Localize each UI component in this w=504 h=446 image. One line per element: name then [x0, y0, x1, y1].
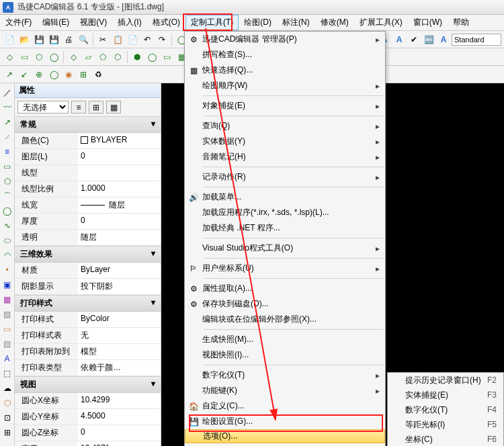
tool-icon[interactable]: ⊡	[2, 412, 13, 423]
prop-val-lweight[interactable]: 随层	[78, 197, 161, 213]
cut-icon[interactable]: ✂	[96, 33, 110, 46]
shape-icon[interactable]: ⬢	[130, 50, 144, 64]
shape-icon[interactable]: ⬠	[96, 50, 110, 64]
prop-val-cx[interactable]: 10.4299	[78, 393, 161, 408]
ray-icon[interactable]: ↗	[2, 117, 13, 128]
menu-help[interactable]: 帮助	[448, 15, 474, 30]
copy-icon[interactable]: 📋	[111, 33, 124, 46]
menu-item[interactable]: 视图快照(I)...	[185, 347, 385, 363]
shape-icon[interactable]: ▭	[17, 50, 31, 64]
shape-icon[interactable]: ▭	[160, 50, 173, 64]
prop-val-ltscale[interactable]: 1.0000	[78, 181, 161, 197]
prop-val-pstyle[interactable]: ByColor	[78, 312, 161, 327]
boundary-icon[interactable]: ⬡	[2, 398, 13, 408]
group-general[interactable]: 常规▾	[15, 116, 161, 133]
prop-val-material[interactable]: ByLayer	[78, 263, 161, 278]
new-icon[interactable]: 📄	[3, 33, 16, 46]
line-icon[interactable]: ／	[2, 87, 13, 98]
menu-modify[interactable]: 修改(M)	[315, 15, 354, 30]
shape-icon[interactable]: ◇	[67, 50, 80, 64]
print-icon[interactable]: 🖨	[62, 33, 75, 46]
tool-icon[interactable]: ⊞	[2, 427, 13, 438]
select-icon[interactable]: ▦	[106, 101, 121, 114]
menu-item[interactable]: 安全...	[185, 443, 385, 446]
table-icon[interactable]: ▤	[2, 339, 13, 349]
prop-val-thickness[interactable]: 0	[78, 214, 161, 229]
prop-val-ltype[interactable]	[78, 165, 161, 181]
menu-item[interactable]: ⚙保存块到磁盘(D)...	[185, 296, 385, 312]
menu-item[interactable]: 🏳用户坐标系(U)▸	[185, 261, 385, 276]
menu-item[interactable]: 记录动作(R)▸	[185, 169, 385, 185]
menu-item[interactable]: 实体数据(Y)▸	[185, 134, 385, 149]
draw-icon[interactable]: ⊞	[77, 68, 90, 81]
menu-format[interactable]: 格式(O)	[147, 15, 185, 30]
spline-icon[interactable]: ∿	[2, 220, 13, 231]
polyline-icon[interactable]: 〰	[2, 102, 13, 113]
menu-item[interactable]: 绘图顺序(W)▸	[185, 78, 385, 93]
menu-ext-tools[interactable]: 扩展工具(X)	[354, 15, 408, 30]
hatch-icon[interactable]: ▨	[2, 309, 13, 320]
ellipse-icon[interactable]: ⬭	[2, 235, 13, 246]
group-view[interactable]: 视图▾	[15, 376, 161, 393]
prop-val-pattach[interactable]: 模型	[78, 344, 161, 359]
shape-icon[interactable]: ◯	[47, 50, 60, 64]
arc-icon[interactable]: ⌒	[2, 191, 13, 202]
menu-item[interactable]: 音频笔记(H)▸	[185, 149, 385, 165]
menu-item[interactable]: ▦快速选择(Q)...	[185, 62, 385, 78]
menu-item[interactable]: ⚙属性提取(A)...	[185, 281, 385, 296]
prop-val-color[interactable]: BYLAYER	[78, 133, 161, 148]
menu-draw[interactable]: 绘图(D)	[239, 15, 277, 30]
preview-icon[interactable]: 🔍	[77, 33, 90, 46]
menu-insert[interactable]: 插入(I)	[112, 15, 146, 30]
block-icon[interactable]: ▣	[2, 279, 13, 290]
draw-icon[interactable]: ↗	[3, 68, 16, 81]
text-check-icon[interactable]: ✔	[407, 33, 421, 46]
recycle-icon[interactable]: ♻	[91, 68, 105, 81]
prop-val-layer[interactable]: 0	[78, 149, 161, 165]
menu-custom-tools[interactable]: 定制工具(T)	[185, 15, 239, 30]
menu-item[interactable]: 🏠自定义(C)...	[185, 398, 385, 414]
point-icon[interactable]: •	[2, 265, 13, 275]
menu-item[interactable]: 对象捕捉(E)▸	[185, 98, 385, 114]
shape-icon[interactable]: ◇	[3, 50, 16, 64]
menu-item[interactable]: 查询(Q)▸	[185, 118, 385, 134]
prop-val-ptype[interactable]: 依赖于颜…	[78, 360, 161, 375]
open-icon[interactable]: 📂	[17, 33, 31, 46]
prop-val-w[interactable]: 12.4371	[78, 441, 161, 446]
menu-file[interactable]: 文件(F)	[0, 15, 37, 30]
xline-icon[interactable]: ⟋	[2, 132, 13, 142]
circle-icon[interactable]: ◯	[2, 206, 13, 216]
menu-view[interactable]: 视图(V)	[75, 15, 112, 30]
saveall-icon[interactable]: 💾	[47, 33, 60, 46]
menu-item[interactable]: 编辑块或在位编辑外部参照(X)...	[185, 312, 385, 327]
shape-icon[interactable]: ▱	[81, 50, 95, 64]
textstyle-combo[interactable]	[452, 34, 501, 46]
insert-icon[interactable]: ▦	[2, 294, 13, 305]
group-3d[interactable]: 三维效果▾	[15, 246, 161, 263]
submenu-item[interactable]: 实体捕捉(E)F3	[388, 388, 503, 402]
prop-val-pstable[interactable]: 无	[78, 328, 161, 343]
menu-item[interactable]: 加载应用程序(*.irx, *.sds, *.lsp)(L)...	[185, 205, 385, 220]
textstyle-icon[interactable]: A	[437, 33, 450, 46]
shape-icon[interactable]: ◯	[145, 50, 159, 64]
quicksel-icon[interactable]: ≡	[71, 101, 86, 114]
text-a-icon[interactable]: A	[392, 33, 406, 46]
shape-icon[interactable]: ⬡	[111, 50, 124, 64]
prop-val-cz[interactable]: 0	[78, 425, 161, 441]
shape-icon[interactable]: ⬡	[32, 50, 46, 64]
menu-item[interactable]: 💾绘图设置(G)...	[185, 414, 385, 429]
paste-icon[interactable]: 📄	[126, 33, 139, 46]
rect-icon[interactable]: ▭	[2, 161, 13, 172]
undo-icon[interactable]: ↶	[140, 33, 154, 46]
draw-icon[interactable]: ⊕	[32, 68, 46, 81]
menu-item[interactable]: 拼写检查(S)...	[185, 47, 385, 62]
menu-item[interactable]: Visual Studio程式工具(O)▸	[185, 240, 385, 256]
region-icon[interactable]: ▭	[2, 324, 13, 334]
spell-icon[interactable]: 🔤	[422, 33, 435, 46]
submenu-item[interactable]: 坐标(C)F6	[388, 432, 503, 446]
menu-window[interactable]: 窗口(W)	[408, 15, 448, 30]
prop-val-cy[interactable]: 4.5000	[78, 409, 161, 425]
prop-val-transp[interactable]: 随层	[78, 230, 161, 245]
earc-icon[interactable]: ◠	[2, 250, 13, 261]
menu-item[interactable]: ⚙迅捷CAD编辑器 管理器(P)▸	[185, 32, 385, 47]
